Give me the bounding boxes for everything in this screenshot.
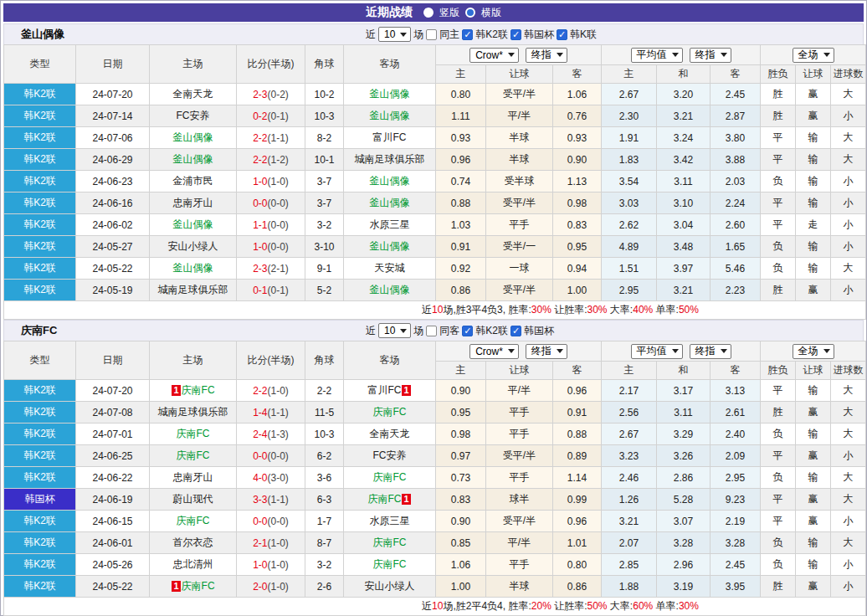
score-cell: 3-3(1-1) (237, 489, 305, 511)
dropdown-group: Crow*终指 (436, 344, 601, 359)
column-subheader: 客 (553, 362, 602, 380)
same-venue-checkbox[interactable] (426, 29, 437, 40)
crow-odds-select[interactable]: Crow* (469, 48, 519, 63)
result-handicap-cell: 赢 (796, 511, 831, 532)
corner-cell: 9-1 (305, 258, 344, 280)
radio-vertical-label[interactable]: 竖版 (439, 6, 459, 20)
handicap-odds-cell: 1.06 (436, 554, 486, 576)
home-team: 忠南牙山 (150, 192, 237, 214)
full-match-select[interactable]: 全场 (793, 48, 834, 63)
league-checkbox-label-0[interactable]: 韩K2联 (475, 28, 508, 42)
match-date: 24-05-22 (76, 258, 150, 280)
league-checkbox-1[interactable] (510, 29, 521, 40)
column-subheader: 让球 (486, 362, 553, 380)
average-odds-cell: 1.51 (602, 258, 657, 280)
average-odds-cell: 3.11 (657, 171, 711, 192)
league-checkbox-1[interactable] (510, 326, 521, 336)
final-odds-select[interactable]: 终指 (526, 48, 567, 63)
dropdown-cell: 平均值终指 (602, 341, 761, 362)
home-team: 忠南牙山 (150, 467, 237, 489)
league-checkbox-label-1[interactable]: 韩国杯 (524, 28, 554, 42)
recent-games-select[interactable]: 10 (378, 323, 411, 338)
league-checkbox-label-2[interactable]: 韩K联 (570, 28, 597, 42)
league-type-cell: 韩K2联 (4, 236, 76, 258)
away-team: 城南足球俱乐部 (344, 149, 436, 171)
away-team-name: FC安养 (373, 449, 407, 461)
league-checkbox-0[interactable] (462, 29, 473, 40)
handicap-odds-cell: 0.90 (553, 149, 602, 171)
league-checkbox-0[interactable] (462, 326, 473, 336)
fulltime-score: 1-0 (253, 559, 267, 571)
handicap-odds-cell: 0.73 (436, 467, 486, 489)
corner-cell: 10-1 (305, 149, 344, 171)
final-odds-select-2[interactable]: 终指 (690, 48, 731, 63)
summary-segment: 单率: (653, 600, 679, 612)
away-team: 庆南FC (344, 402, 436, 424)
corner-cell: 3-7 (305, 192, 344, 214)
full-match-select[interactable]: 全场 (793, 344, 834, 359)
final-odds-select-2[interactable]: 终指 (690, 344, 731, 359)
away-team-name: 庆南FC (373, 406, 407, 418)
recent-games-select[interactable]: 10 (378, 27, 411, 42)
away-team: 釜山偶像 (344, 105, 436, 127)
column-subheader: 主 (602, 65, 657, 84)
corner-cell: 10-3 (305, 105, 344, 127)
away-team-name: 釜山偶像 (370, 88, 410, 100)
result-goals-cell: 大 (831, 258, 866, 280)
radio-horizontal-icon[interactable] (465, 8, 475, 18)
radio-vertical-icon[interactable] (423, 8, 434, 18)
average-odds-select[interactable]: 平均值 (631, 344, 683, 359)
handicap-odds-cell: 平手 (486, 402, 553, 424)
same-venue-checkbox[interactable] (426, 326, 437, 336)
league-type-cell: 韩K2联 (4, 554, 76, 576)
title-bar: 近期战绩 竖版 横版 (3, 3, 864, 22)
radio-horizontal-label[interactable]: 横版 (481, 6, 501, 20)
home-team-name: 釜山偶像 (173, 153, 213, 165)
fulltime-score: 1-4 (253, 407, 267, 418)
same-venue-label[interactable]: 同客 (439, 324, 459, 338)
result-winlose-cell: 负 (761, 424, 796, 445)
dropdown-cell: Crow*终指 (436, 341, 602, 362)
summary-segment: 让胜率: (551, 304, 587, 316)
league-checkbox-2[interactable] (557, 29, 567, 40)
handicap-odds-cell: 一球 (486, 258, 553, 280)
result-goals-cell: 小 (831, 214, 866, 236)
column-header: 日期 (76, 341, 150, 380)
handicap-odds-cell: 0.83 (436, 489, 486, 511)
home-team: 庆南FC (150, 445, 237, 467)
score-cell: 2-1(1-0) (237, 532, 305, 554)
final-odds-select[interactable]: 终指 (526, 344, 567, 359)
column-subheader: 胜负 (761, 65, 796, 84)
corner-cell: 3-6 (305, 467, 344, 489)
score-cell: 2-2(1-0) (237, 380, 305, 402)
league-checkbox-label-1[interactable]: 韩国杯 (524, 324, 554, 338)
home-team: 釜山偶像 (150, 214, 237, 236)
halftime-score: (0-2) (268, 89, 289, 100)
results-table-container: 类型日期主场比分(半场)角球客场Crow*终指平均值终指全场主让球客主和客胜负让… (3, 341, 864, 616)
handicap-odds-cell: 平手 (486, 424, 553, 445)
table-row: 韩K2联24-05-26忠北清州1-0(1-0)3-2庆南FC1.06平手0.8… (4, 554, 866, 576)
average-odds-cell: 2.95 (711, 467, 761, 489)
average-odds-cell: 3.10 (657, 192, 711, 214)
away-team: 全南天龙 (344, 424, 436, 445)
column-subheader: 进球数 (831, 65, 866, 84)
table-row: 韩K2联24-07-08城南足球俱乐部1-4(1-1)11-5庆南FC0.95平… (4, 402, 866, 424)
average-odds-select[interactable]: 平均值 (631, 48, 683, 63)
home-team-name: 蔚山现代 (173, 493, 213, 505)
fulltime-score: 0-0 (253, 450, 267, 462)
league-checkbox-label-0[interactable]: 韩K2联 (475, 324, 508, 338)
league-type-cell: 韩K2联 (4, 424, 76, 445)
result-winlose-cell: 负 (761, 258, 796, 280)
halftime-score: (1-0) (268, 559, 289, 571)
result-winlose-cell: 胜 (761, 105, 796, 127)
away-team-name: 釜山偶像 (370, 240, 410, 252)
average-odds-cell: 3.21 (657, 280, 711, 301)
home-team-name: 城南足球俱乐部 (158, 406, 228, 418)
results-table: 类型日期主场比分(半场)角球客场Crow*终指平均值终指全场主让球客主和客胜负让… (3, 341, 866, 616)
column-subheader: 主 (436, 362, 486, 380)
same-venue-label[interactable]: 同主 (439, 28, 459, 42)
handicap-odds-cell: 受平/半 (486, 280, 553, 301)
fulltime-score: 0-1 (253, 285, 267, 296)
crow-odds-select[interactable]: Crow* (469, 344, 519, 359)
result-winlose-cell: 平 (761, 214, 796, 236)
